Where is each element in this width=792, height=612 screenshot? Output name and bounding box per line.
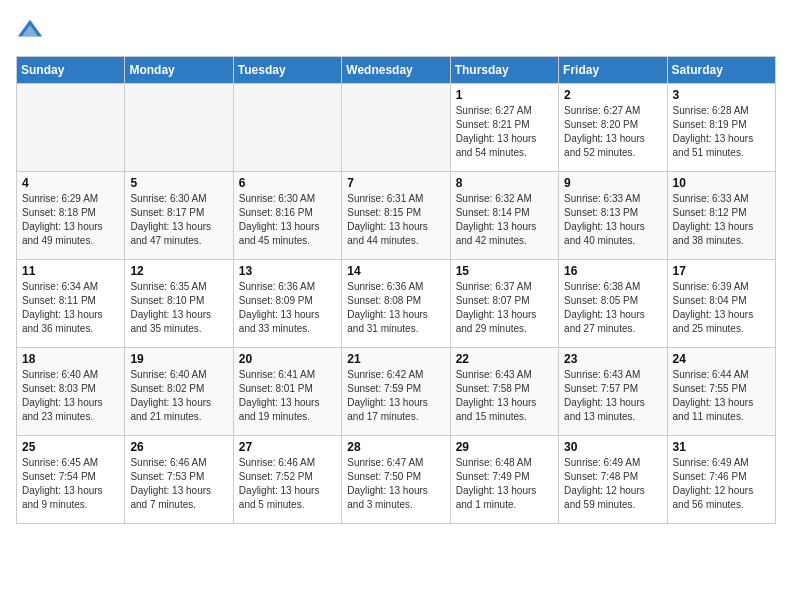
calendar-cell: 13Sunrise: 6:36 AM Sunset: 8:09 PM Dayli… bbox=[233, 260, 341, 348]
day-info: Sunrise: 6:30 AM Sunset: 8:17 PM Dayligh… bbox=[130, 192, 227, 248]
day-info: Sunrise: 6:48 AM Sunset: 7:49 PM Dayligh… bbox=[456, 456, 553, 512]
day-number: 8 bbox=[456, 176, 553, 190]
day-number: 20 bbox=[239, 352, 336, 366]
logo bbox=[16, 16, 48, 44]
calendar-table: SundayMondayTuesdayWednesdayThursdayFrid… bbox=[16, 56, 776, 524]
day-info: Sunrise: 6:27 AM Sunset: 8:20 PM Dayligh… bbox=[564, 104, 661, 160]
week-row-1: 1Sunrise: 6:27 AM Sunset: 8:21 PM Daylig… bbox=[17, 84, 776, 172]
day-number: 1 bbox=[456, 88, 553, 102]
day-info: Sunrise: 6:49 AM Sunset: 7:48 PM Dayligh… bbox=[564, 456, 661, 512]
calendar-cell bbox=[233, 84, 341, 172]
day-info: Sunrise: 6:36 AM Sunset: 8:09 PM Dayligh… bbox=[239, 280, 336, 336]
week-row-5: 25Sunrise: 6:45 AM Sunset: 7:54 PM Dayli… bbox=[17, 436, 776, 524]
day-number: 6 bbox=[239, 176, 336, 190]
calendar-cell bbox=[17, 84, 125, 172]
calendar-cell: 28Sunrise: 6:47 AM Sunset: 7:50 PM Dayli… bbox=[342, 436, 450, 524]
calendar-cell: 11Sunrise: 6:34 AM Sunset: 8:11 PM Dayli… bbox=[17, 260, 125, 348]
day-info: Sunrise: 6:40 AM Sunset: 8:02 PM Dayligh… bbox=[130, 368, 227, 424]
day-number: 3 bbox=[673, 88, 770, 102]
day-info: Sunrise: 6:29 AM Sunset: 8:18 PM Dayligh… bbox=[22, 192, 119, 248]
calendar-cell: 12Sunrise: 6:35 AM Sunset: 8:10 PM Dayli… bbox=[125, 260, 233, 348]
day-info: Sunrise: 6:46 AM Sunset: 7:52 PM Dayligh… bbox=[239, 456, 336, 512]
day-number: 15 bbox=[456, 264, 553, 278]
calendar-cell: 1Sunrise: 6:27 AM Sunset: 8:21 PM Daylig… bbox=[450, 84, 558, 172]
weekday-header-wednesday: Wednesday bbox=[342, 57, 450, 84]
calendar-cell: 29Sunrise: 6:48 AM Sunset: 7:49 PM Dayli… bbox=[450, 436, 558, 524]
calendar-cell: 18Sunrise: 6:40 AM Sunset: 8:03 PM Dayli… bbox=[17, 348, 125, 436]
day-number: 17 bbox=[673, 264, 770, 278]
calendar-cell: 31Sunrise: 6:49 AM Sunset: 7:46 PM Dayli… bbox=[667, 436, 775, 524]
calendar-cell: 8Sunrise: 6:32 AM Sunset: 8:14 PM Daylig… bbox=[450, 172, 558, 260]
day-number: 27 bbox=[239, 440, 336, 454]
week-row-4: 18Sunrise: 6:40 AM Sunset: 8:03 PM Dayli… bbox=[17, 348, 776, 436]
day-info: Sunrise: 6:27 AM Sunset: 8:21 PM Dayligh… bbox=[456, 104, 553, 160]
day-info: Sunrise: 6:44 AM Sunset: 7:55 PM Dayligh… bbox=[673, 368, 770, 424]
day-info: Sunrise: 6:32 AM Sunset: 8:14 PM Dayligh… bbox=[456, 192, 553, 248]
day-number: 10 bbox=[673, 176, 770, 190]
day-number: 28 bbox=[347, 440, 444, 454]
calendar-cell: 26Sunrise: 6:46 AM Sunset: 7:53 PM Dayli… bbox=[125, 436, 233, 524]
calendar-cell: 14Sunrise: 6:36 AM Sunset: 8:08 PM Dayli… bbox=[342, 260, 450, 348]
day-info: Sunrise: 6:34 AM Sunset: 8:11 PM Dayligh… bbox=[22, 280, 119, 336]
weekday-header-thursday: Thursday bbox=[450, 57, 558, 84]
day-number: 21 bbox=[347, 352, 444, 366]
day-number: 14 bbox=[347, 264, 444, 278]
week-row-2: 4Sunrise: 6:29 AM Sunset: 8:18 PM Daylig… bbox=[17, 172, 776, 260]
day-info: Sunrise: 6:36 AM Sunset: 8:08 PM Dayligh… bbox=[347, 280, 444, 336]
day-info: Sunrise: 6:28 AM Sunset: 8:19 PM Dayligh… bbox=[673, 104, 770, 160]
day-number: 30 bbox=[564, 440, 661, 454]
day-info: Sunrise: 6:30 AM Sunset: 8:16 PM Dayligh… bbox=[239, 192, 336, 248]
weekday-header-saturday: Saturday bbox=[667, 57, 775, 84]
day-number: 31 bbox=[673, 440, 770, 454]
calendar-cell: 21Sunrise: 6:42 AM Sunset: 7:59 PM Dayli… bbox=[342, 348, 450, 436]
calendar-cell: 22Sunrise: 6:43 AM Sunset: 7:58 PM Dayli… bbox=[450, 348, 558, 436]
calendar-cell: 10Sunrise: 6:33 AM Sunset: 8:12 PM Dayli… bbox=[667, 172, 775, 260]
day-number: 25 bbox=[22, 440, 119, 454]
day-number: 11 bbox=[22, 264, 119, 278]
day-number: 22 bbox=[456, 352, 553, 366]
weekday-header-sunday: Sunday bbox=[17, 57, 125, 84]
day-info: Sunrise: 6:31 AM Sunset: 8:15 PM Dayligh… bbox=[347, 192, 444, 248]
day-info: Sunrise: 6:43 AM Sunset: 7:57 PM Dayligh… bbox=[564, 368, 661, 424]
day-info: Sunrise: 6:46 AM Sunset: 7:53 PM Dayligh… bbox=[130, 456, 227, 512]
calendar-cell: 15Sunrise: 6:37 AM Sunset: 8:07 PM Dayli… bbox=[450, 260, 558, 348]
calendar-cell: 19Sunrise: 6:40 AM Sunset: 8:02 PM Dayli… bbox=[125, 348, 233, 436]
week-row-3: 11Sunrise: 6:34 AM Sunset: 8:11 PM Dayli… bbox=[17, 260, 776, 348]
calendar-cell bbox=[125, 84, 233, 172]
calendar-cell: 6Sunrise: 6:30 AM Sunset: 8:16 PM Daylig… bbox=[233, 172, 341, 260]
day-number: 13 bbox=[239, 264, 336, 278]
day-info: Sunrise: 6:35 AM Sunset: 8:10 PM Dayligh… bbox=[130, 280, 227, 336]
day-number: 9 bbox=[564, 176, 661, 190]
page-header bbox=[16, 16, 776, 44]
day-number: 5 bbox=[130, 176, 227, 190]
day-info: Sunrise: 6:37 AM Sunset: 8:07 PM Dayligh… bbox=[456, 280, 553, 336]
day-number: 12 bbox=[130, 264, 227, 278]
weekday-header-friday: Friday bbox=[559, 57, 667, 84]
calendar-cell: 25Sunrise: 6:45 AM Sunset: 7:54 PM Dayli… bbox=[17, 436, 125, 524]
day-info: Sunrise: 6:43 AM Sunset: 7:58 PM Dayligh… bbox=[456, 368, 553, 424]
calendar-cell: 30Sunrise: 6:49 AM Sunset: 7:48 PM Dayli… bbox=[559, 436, 667, 524]
calendar-cell: 17Sunrise: 6:39 AM Sunset: 8:04 PM Dayli… bbox=[667, 260, 775, 348]
day-info: Sunrise: 6:47 AM Sunset: 7:50 PM Dayligh… bbox=[347, 456, 444, 512]
calendar-cell: 2Sunrise: 6:27 AM Sunset: 8:20 PM Daylig… bbox=[559, 84, 667, 172]
calendar-cell bbox=[342, 84, 450, 172]
day-number: 16 bbox=[564, 264, 661, 278]
day-number: 4 bbox=[22, 176, 119, 190]
day-info: Sunrise: 6:41 AM Sunset: 8:01 PM Dayligh… bbox=[239, 368, 336, 424]
calendar-cell: 23Sunrise: 6:43 AM Sunset: 7:57 PM Dayli… bbox=[559, 348, 667, 436]
day-info: Sunrise: 6:33 AM Sunset: 8:12 PM Dayligh… bbox=[673, 192, 770, 248]
weekday-header-tuesday: Tuesday bbox=[233, 57, 341, 84]
calendar-cell: 16Sunrise: 6:38 AM Sunset: 8:05 PM Dayli… bbox=[559, 260, 667, 348]
calendar-cell: 24Sunrise: 6:44 AM Sunset: 7:55 PM Dayli… bbox=[667, 348, 775, 436]
day-number: 29 bbox=[456, 440, 553, 454]
day-number: 19 bbox=[130, 352, 227, 366]
day-number: 24 bbox=[673, 352, 770, 366]
day-info: Sunrise: 6:42 AM Sunset: 7:59 PM Dayligh… bbox=[347, 368, 444, 424]
day-info: Sunrise: 6:33 AM Sunset: 8:13 PM Dayligh… bbox=[564, 192, 661, 248]
calendar-cell: 3Sunrise: 6:28 AM Sunset: 8:19 PM Daylig… bbox=[667, 84, 775, 172]
day-number: 26 bbox=[130, 440, 227, 454]
calendar-cell: 20Sunrise: 6:41 AM Sunset: 8:01 PM Dayli… bbox=[233, 348, 341, 436]
calendar-cell: 5Sunrise: 6:30 AM Sunset: 8:17 PM Daylig… bbox=[125, 172, 233, 260]
logo-icon bbox=[16, 16, 44, 44]
day-number: 23 bbox=[564, 352, 661, 366]
